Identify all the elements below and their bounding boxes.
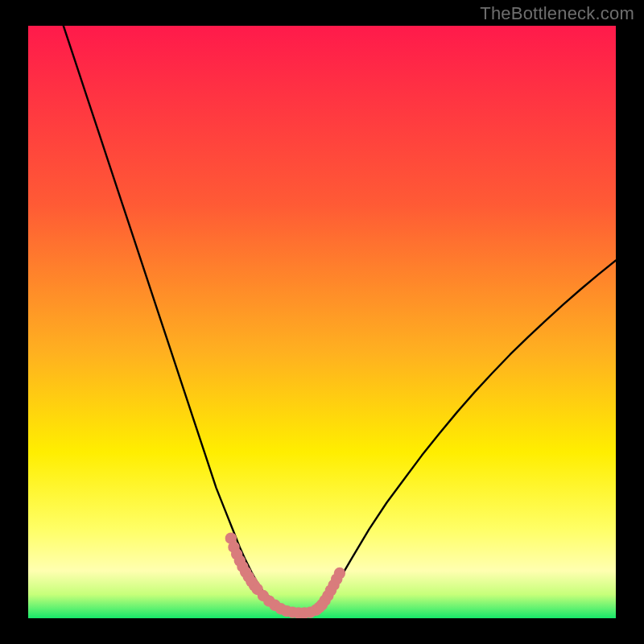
bottleneck-chart [28,26,616,618]
watermark-text: TheBottleneck.com [480,3,634,24]
marker-dot [334,568,345,579]
app-frame: TheBottleneck.com [0,0,644,644]
gradient-panel [28,26,616,618]
